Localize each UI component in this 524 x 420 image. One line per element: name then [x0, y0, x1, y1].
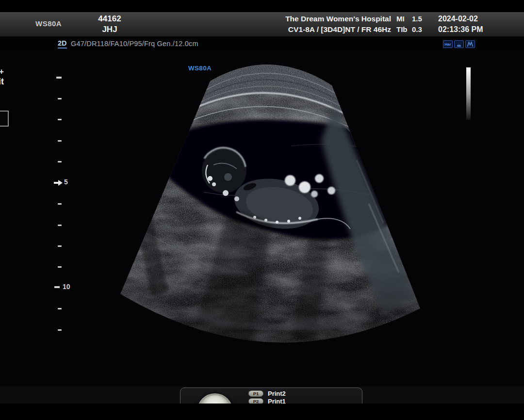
ruler-tick [58, 161, 62, 162]
focus-marker[interactable] [54, 182, 58, 184]
ti-value: 0.3 [412, 25, 422, 33]
p1-key-button[interactable]: P1 [248, 390, 263, 397]
ruler-tick [58, 203, 62, 205]
patient-info: 44162 JHJ [86, 14, 133, 35]
imaging-params: G47/DR118/FA10/P95/Frq Gen./12.0cm [71, 40, 198, 48]
edge-plus-glyph: + [0, 67, 4, 77]
datetime: 2024-02-02 02:13:36 PM [438, 14, 501, 35]
ruler-tick [58, 119, 62, 120]
ultrasound-image [0, 0, 524, 420]
ruler-tick [58, 98, 62, 99]
mi-value: 1.5 [412, 15, 422, 23]
ti-row: TIb0.3 [396, 24, 435, 35]
ruler-tick [58, 140, 62, 142]
ultrasound-screen: WS80A 44162 JHJ The Dream Women's Hospit… [0, 0, 524, 420]
dual-image-icon [465, 40, 475, 48]
patient-name: JHJ [86, 24, 133, 35]
edge-text-fragment: it [0, 77, 4, 87]
status-bar: 2D G47/DR118/FA10/P95/Frq Gen./12.0cm Ha… [0, 36, 524, 53]
system-model-label: WS80A [35, 19, 62, 28]
probe-label: WS80A [188, 65, 212, 72]
header-bar: WS80A 44162 JHJ The Dream Women's Hospit… [0, 12, 524, 36]
bottom-letterbox [0, 404, 524, 420]
ruler-tick-10 [54, 286, 60, 288]
ruler-tick [58, 245, 62, 247]
probe-icon [454, 40, 464, 48]
grayscale-map-bar [466, 67, 471, 120]
ruler-tick [58, 308, 62, 309]
p1-action-label: Print2 [268, 390, 286, 397]
ruler-tick [58, 329, 62, 331]
mi-label: MI [396, 14, 412, 24]
edge-thumbnail-box[interactable] [0, 111, 9, 127]
depth-label-5: 5 [64, 178, 68, 186]
ruler-tick [58, 225, 62, 226]
mode-2d-button[interactable]: 2D [58, 39, 67, 48]
mi-row: MI1.5 [396, 14, 435, 24]
ruler-tick [56, 77, 62, 79]
status-icons: Har [443, 40, 475, 48]
patient-id: 44162 [86, 14, 133, 24]
ruler-tick [58, 266, 62, 268]
depth-label-10: 10 [63, 283, 70, 291]
hospital-probe-info: The Dream Women's Hospital CV1-8A / [3D4… [262, 14, 391, 35]
hospital-name: The Dream Women's Hospital [262, 14, 391, 24]
probe-mode-line: CV1-8A / [3D4D]NT / FR 46Hz [262, 24, 391, 35]
time-label: 02:13:36 PM [438, 24, 501, 35]
focus-arrow-icon [58, 180, 63, 186]
ti-label: TIb [396, 24, 412, 35]
date-label: 2024-02-02 [438, 14, 501, 24]
harmonic-icon: Har [443, 40, 453, 48]
acoustic-indices: MI1.5 TIb0.3 [396, 14, 435, 35]
key-hint-row: P1 Print2 [248, 390, 286, 397]
